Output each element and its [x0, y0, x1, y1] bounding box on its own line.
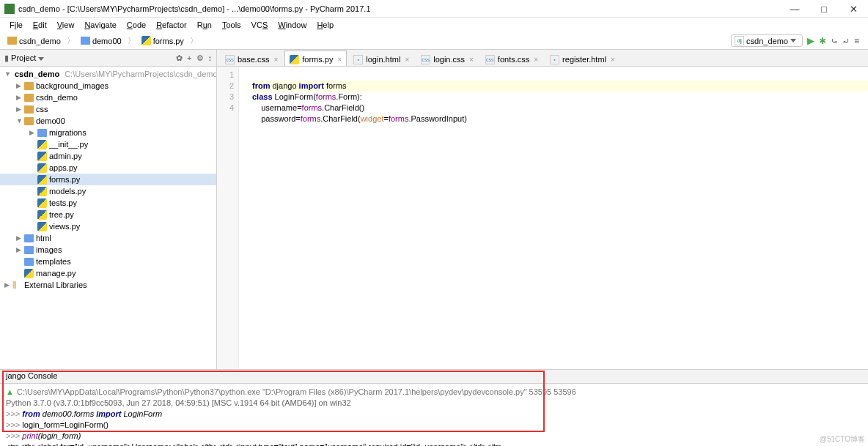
tree-item[interactable]: models.py	[0, 185, 216, 197]
breadcrumb-file[interactable]: forms.py	[139, 35, 187, 46]
titlebar: csdn_demo - [C:\Users\MY\PycharmProjects…	[0, 0, 868, 18]
project-title[interactable]: ▮ Project	[4, 53, 173, 63]
console-line: >>> from demo00.forms import LoginForm	[6, 409, 862, 420]
editor-tab[interactable]: base.css×	[220, 51, 283, 66]
code-content[interactable]: from django import formsclass LoginForm(…	[239, 67, 868, 369]
dropdown-icon	[790, 39, 796, 42]
close-button[interactable]: ✕	[839, 0, 868, 18]
close-icon[interactable]: ×	[611, 56, 615, 64]
menu-navigate[interactable]: Navigate	[79, 19, 121, 31]
django-icon	[735, 36, 744, 45]
close-icon[interactable]: ×	[405, 56, 409, 64]
breadcrumb-root[interactable]: csdn_demo	[4, 36, 64, 46]
tree-item[interactable]: ▶migrations	[0, 127, 216, 138]
menu-window[interactable]: Window	[273, 19, 312, 31]
chevron-right-icon: 〉	[126, 35, 137, 46]
menu-code[interactable]: Code	[122, 19, 151, 31]
close-icon[interactable]: ×	[469, 56, 474, 64]
console-line: >>> print(login_form)	[6, 431, 862, 442]
tree-item[interactable]: forms.py	[0, 174, 216, 185]
editor-tab[interactable]: login.css×	[416, 51, 479, 66]
tree-item[interactable]: views.py	[0, 220, 216, 232]
tree-item[interactable]: ▶images	[0, 244, 216, 256]
external-libraries[interactable]: ▶ External Libraries	[0, 279, 216, 291]
editor: base.css×forms.py×▪login.html×login.css×…	[217, 50, 868, 369]
window-title: csdn_demo - [C:\Users\MY\PycharmProjects…	[18, 4, 371, 13]
run-toolbar: csdn_demo ▶ ✱ ⤿ ⤾ ≡	[731, 34, 864, 47]
tree-item[interactable]: tests.py	[0, 197, 216, 209]
sort-icon[interactable]: ↕	[208, 53, 213, 63]
console-line: >>> login_form=LoginForm()	[6, 420, 862, 431]
close-icon[interactable]: ×	[337, 56, 342, 64]
gear-icon[interactable]: ✿	[176, 53, 183, 63]
add-icon[interactable]: +	[187, 53, 191, 63]
app-icon	[4, 4, 15, 14]
maximize-button[interactable]: □	[809, 0, 839, 18]
menu-view[interactable]: View	[52, 19, 80, 31]
tree-item[interactable]: ▶background_images	[0, 80, 216, 92]
python-console[interactable]: ▲ C:\Users\MY\AppData\Local\Programs\Pyt…	[0, 384, 868, 446]
menu-edit[interactable]: Edit	[28, 19, 52, 31]
rerun-icon[interactable]: ▲	[6, 387, 14, 398]
breadcrumb: csdn_demo 〉 demo00 〉 forms.py 〉	[4, 35, 731, 46]
tree-item[interactable]: tree.py	[0, 209, 216, 220]
editor-tab[interactable]: fonts.css×	[480, 51, 543, 66]
tree-item[interactable]: __init__.py	[0, 138, 216, 150]
tree-root[interactable]: ▼ csdn_demoC:\Users\MY\PycharmProjects\c…	[0, 68, 216, 80]
tree-item[interactable]: ▶css	[0, 103, 216, 115]
console-output: <tr><th><label for="id_username">Usernam…	[6, 442, 862, 446]
close-icon[interactable]: ×	[273, 56, 278, 64]
chevron-right-icon: 〉	[188, 35, 199, 46]
editor-tab[interactable]: forms.py×	[284, 51, 347, 66]
debug-button[interactable]: ✱	[819, 36, 826, 46]
code-area[interactable]: 1234 from django import formsclass Login…	[217, 67, 868, 369]
window-controls: — □ ✕	[780, 0, 868, 18]
editor-tab[interactable]: ▪register.html×	[545, 51, 620, 66]
project-tool-window: ▮ Project ✿ + ⚙ ↕ ▼ csdn_demoC:\Users\MY…	[0, 50, 217, 369]
menu-vcs[interactable]: VCS	[246, 19, 273, 31]
navigation-bar: csdn_demo 〉 demo00 〉 forms.py 〉 csdn_dem…	[0, 32, 868, 50]
library-icon	[12, 280, 22, 290]
tree-item[interactable]: ▼demo00	[0, 115, 216, 127]
settings-icon[interactable]: ⚙	[196, 53, 204, 63]
tree-item[interactable]: manage.py	[0, 267, 216, 279]
run-button[interactable]: ▶	[807, 35, 814, 46]
run-config-selector[interactable]: csdn_demo	[731, 34, 803, 47]
console-tab[interactable]: jango Console	[0, 369, 868, 384]
menubar: File Edit View Navigate Code Refactor Ru…	[0, 18, 868, 32]
attach-button[interactable]: ⤾	[842, 36, 850, 46]
tree-item[interactable]: ▶html	[0, 232, 216, 244]
project-header: ▮ Project ✿ + ⚙ ↕	[0, 50, 216, 67]
tree-item[interactable]: admin.py	[0, 150, 216, 162]
menu-help[interactable]: Help	[312, 19, 339, 31]
console-command: C:\Users\MY\AppData\Local\Programs\Pytho…	[17, 387, 576, 398]
tree-item[interactable]: ▶csdn_demo	[0, 92, 216, 103]
editor-tabs: base.css×forms.py×▪login.html×login.css×…	[217, 50, 868, 67]
menu-file[interactable]: File	[4, 19, 28, 31]
console-line: Python 3.7.0 (v3.7.0:1bf9cc5093, Jun 27 …	[6, 398, 862, 409]
menu-tools[interactable]: Tools	[217, 19, 246, 31]
project-tree[interactable]: ▼ csdn_demoC:\Users\MY\PycharmProjects\c…	[0, 67, 216, 369]
gutter: 1234	[217, 67, 239, 369]
watermark: @51CTO博客	[820, 434, 865, 445]
run-with-coverage-button[interactable]: ⤿	[831, 36, 838, 46]
menu-refactor[interactable]: Refactor	[151, 19, 192, 31]
tree-item[interactable]: templates	[0, 256, 216, 267]
minimize-button[interactable]: —	[780, 0, 809, 18]
tree-item[interactable]: apps.py	[0, 162, 216, 174]
dropdown-icon	[38, 57, 44, 61]
chevron-right-icon: 〉	[65, 35, 76, 46]
menu-run[interactable]: Run	[192, 19, 217, 31]
editor-tab[interactable]: ▪login.html×	[348, 51, 414, 66]
search-button[interactable]: ≡	[854, 36, 859, 46]
breadcrumb-folder[interactable]: demo00	[78, 36, 125, 46]
close-icon[interactable]: ×	[534, 56, 538, 64]
